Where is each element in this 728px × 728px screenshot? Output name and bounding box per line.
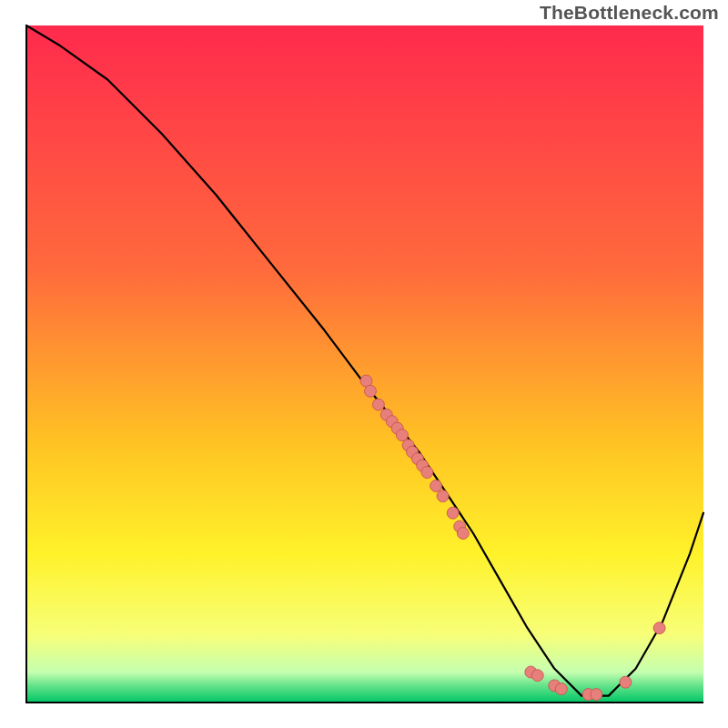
data-point — [447, 507, 459, 519]
data-point — [531, 670, 543, 682]
data-point — [653, 622, 665, 634]
plot-area — [26, 25, 703, 703]
data-point — [396, 430, 408, 441]
data-point — [421, 467, 433, 479]
data-point — [620, 676, 632, 688]
data-point — [365, 385, 377, 397]
bottleneck-chart — [0, 0, 728, 728]
watermark-text: TheBottleneck.com — [540, 2, 719, 24]
data-point — [591, 689, 602, 701]
data-point — [457, 528, 469, 540]
data-point — [437, 490, 449, 502]
data-point — [430, 480, 442, 491]
data-point — [372, 399, 384, 410]
data-point — [555, 683, 567, 695]
